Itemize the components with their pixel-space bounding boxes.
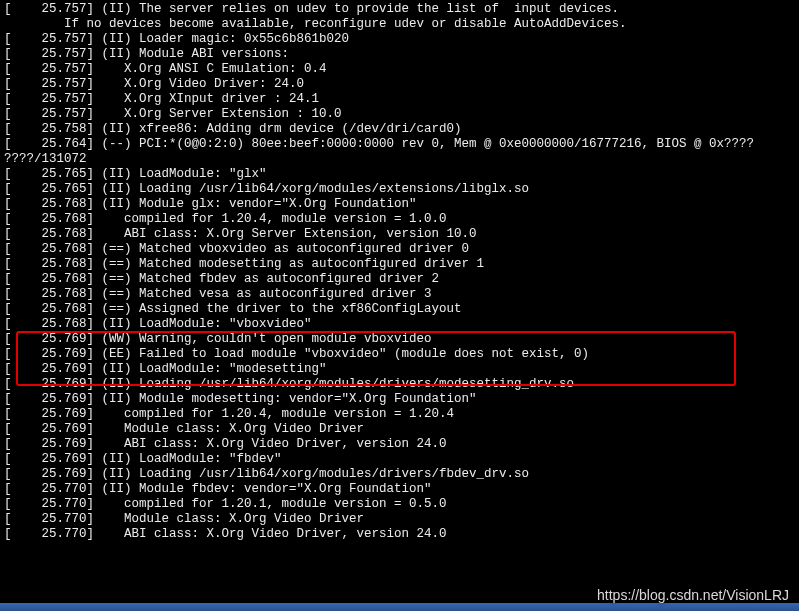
terminal-line: [ 25.765] (II) Loading /usr/lib64/xorg/m…: [4, 182, 795, 197]
terminal-line: [ 25.769] Module class: X.Org Video Driv…: [4, 422, 795, 437]
terminal-line: [ 25.764] (--) PCI:*(0@0:2:0) 80ee:beef:…: [4, 137, 795, 152]
terminal-line: If no devices become available, reconfig…: [4, 17, 795, 32]
terminal-line: [ 25.765] (II) LoadModule: "glx": [4, 167, 795, 182]
terminal-line: [ 25.770] (II) Module fbdev: vendor="X.O…: [4, 482, 795, 497]
terminal-line: [ 25.770] Module class: X.Org Video Driv…: [4, 512, 795, 527]
terminal-line: [ 25.757] X.Org Video Driver: 24.0: [4, 77, 795, 92]
terminal-line: [ 25.769] (II) Module modesetting: vendo…: [4, 392, 795, 407]
terminal-output: [ 25.757] (II) The server relies on udev…: [0, 0, 799, 544]
terminal-line: [ 25.769] ABI class: X.Org Video Driver,…: [4, 437, 795, 452]
terminal-line: [ 25.757] X.Org XInput driver : 24.1: [4, 92, 795, 107]
terminal-line: [ 25.757] (II) Module ABI versions:: [4, 47, 795, 62]
terminal-line: [ 25.757] (II) The server relies on udev…: [4, 2, 795, 17]
terminal-line: [ 25.769] compiled for 1.20.4, module ve…: [4, 407, 795, 422]
terminal-line: [ 25.770] compiled for 1.20.1, module ve…: [4, 497, 795, 512]
terminal-line: [ 25.768] (==) Matched vesa as autoconfi…: [4, 287, 795, 302]
terminal-line: [ 25.758] (II) xfree86: Adding drm devic…: [4, 122, 795, 137]
terminal-line: ????/131072: [4, 152, 795, 167]
terminal-line: [ 25.769] (II) Loading /usr/lib64/xorg/m…: [4, 377, 795, 392]
terminal-line: [ 25.769] (II) LoadModule: "fbdev": [4, 452, 795, 467]
terminal-line: [ 25.768] (==) Matched fbdev as autoconf…: [4, 272, 795, 287]
terminal-line: [ 25.757] X.Org Server Extension : 10.0: [4, 107, 795, 122]
terminal-line: [ 25.768] compiled for 1.20.4, module ve…: [4, 212, 795, 227]
watermark-text: https://blog.csdn.net/VisionLRJ: [597, 588, 789, 603]
window-taskbar: [0, 603, 799, 611]
terminal-line: [ 25.770] ABI class: X.Org Video Driver,…: [4, 527, 795, 542]
terminal-line: [ 25.769] (II) Loading /usr/lib64/xorg/m…: [4, 467, 795, 482]
terminal-line: [ 25.769] (EE) Failed to load module "vb…: [4, 347, 795, 362]
terminal-line: [ 25.769] (WW) Warning, couldn't open mo…: [4, 332, 795, 347]
terminal-line: [ 25.768] (II) Module glx: vendor="X.Org…: [4, 197, 795, 212]
terminal-line: [ 25.768] (==) Matched modesetting as au…: [4, 257, 795, 272]
terminal-line: [ 25.757] (II) Loader magic: 0x55c6b861b…: [4, 32, 795, 47]
terminal-line: [ 25.768] (==) Matched vboxvideo as auto…: [4, 242, 795, 257]
terminal-line: [ 25.768] ABI class: X.Org Server Extens…: [4, 227, 795, 242]
terminal-line: [ 25.757] X.Org ANSI C Emulation: 0.4: [4, 62, 795, 77]
terminal-line: [ 25.768] (II) LoadModule: "vboxvideo": [4, 317, 795, 332]
terminal-line: [ 25.769] (II) LoadModule: "modesetting": [4, 362, 795, 377]
terminal-line: [ 25.768] (==) Assigned the driver to th…: [4, 302, 795, 317]
